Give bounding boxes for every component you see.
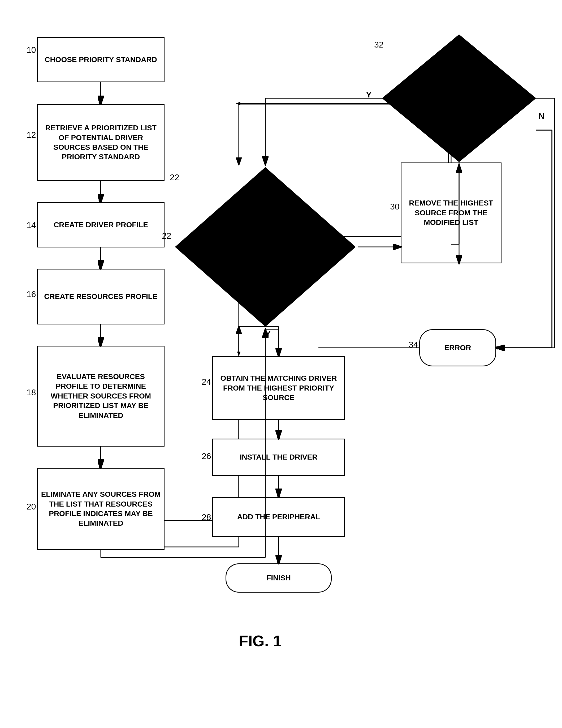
step-20-text: ELIMINATE ANY SOURCES FROM THE LIST THAT… [41, 490, 161, 528]
step-22-ref-label: 22 [170, 173, 179, 182]
step-26-box: INSTALL THE DRIVER [212, 439, 345, 476]
step-10-label: 10 [27, 45, 36, 55]
step-22-label: 22 [162, 231, 172, 241]
finish-box: FINISH [226, 563, 332, 593]
step-26-label: 26 [202, 451, 211, 461]
step-24-box: OBTAIN THE MATCHING DRIVER FROM THE HIGH… [212, 356, 345, 420]
figure-label: FIG. 1 [239, 632, 281, 650]
step-22-text: SEARCH FOR A MATCHING DRIVER AT THE HIGH… [220, 218, 310, 276]
step-10-box: CHOOSE PRIORITY STANDARD [37, 37, 165, 82]
step-32-diamond-wrapper: ARE THERE ANY DRIVER SOURCES LEFT ON THE… [379, 32, 539, 165]
step-24-text: OBTAIN THE MATCHING DRIVER FROM THE HIGH… [216, 374, 341, 402]
n-label-22-right: N [321, 228, 327, 237]
step-18-label: 18 [27, 388, 36, 397]
step-32-text: ARE THERE ANY DRIVER SOURCES LEFT ON THE… [422, 85, 496, 112]
step-28-text: ADD THE PERIPHERAL [237, 512, 320, 522]
step-12-text: RETRIEVE A PRIORITIZED LIST OF POTENTIAL… [41, 123, 161, 162]
step-18-box: EVALUATE RESOURCES PROFILE TO DETERMINE … [37, 346, 165, 447]
step-14-box: CREATE DRIVER PROFILE [37, 202, 165, 247]
step-12-label: 12 [27, 130, 36, 140]
svg-marker-14 [237, 352, 241, 356]
step-24-label: 24 [202, 377, 211, 387]
step-20-box: ELIMINATE ANY SOURCES FROM THE LIST THAT… [37, 468, 165, 550]
step-34-box: ERROR [419, 329, 496, 366]
step-14-label: 14 [27, 220, 36, 230]
n-label-32: N [539, 112, 544, 121]
step-30-box: REMOVE THE HIGHEST SOURCE FROM THE MODIF… [401, 162, 501, 263]
step-32-ref-label: 32 [374, 40, 384, 50]
step-20-label: 20 [27, 502, 36, 512]
step-16-label: 16 [27, 289, 36, 299]
step-30-label: 30 [390, 202, 400, 212]
step-22-diamond-wrapper: SEARCH FOR A MATCHING DRIVER AT THE HIGH… [173, 165, 358, 329]
step-12-box: RETRIEVE A PRIORITIZED LIST OF POTENTIAL… [37, 104, 165, 181]
step-30-text: REMOVE THE HIGHEST SOURCE FROM THE MODIF… [404, 198, 498, 227]
finish-text: FINISH [267, 573, 291, 583]
step-34-label: 34 [409, 340, 418, 350]
step-16-text: CREATE RESOURCES PROFILE [44, 292, 157, 301]
step-28-label: 28 [202, 512, 211, 522]
svg-marker-24 [236, 102, 240, 105]
step-18-text: EVALUATE RESOURCES PROFILE TO DETERMINE … [41, 372, 161, 420]
flowchart-diagram: CHOOSE PRIORITY STANDARD 10 RETRIEVE A P… [0, 0, 562, 728]
step-28-box: ADD THE PERIPHERAL [212, 497, 345, 537]
y-label-32: Y [366, 90, 371, 99]
step-10-text: CHOOSE PRIORITY STANDARD [45, 55, 157, 65]
step-14-text: CREATE DRIVER PROFILE [54, 220, 148, 230]
step-16-box: CREATE RESOURCES PROFILE [37, 269, 165, 324]
step-26-text: INSTALL THE DRIVER [240, 452, 317, 462]
step-34-text: ERROR [444, 343, 471, 353]
y-label-22-bottom: Y [266, 329, 271, 338]
